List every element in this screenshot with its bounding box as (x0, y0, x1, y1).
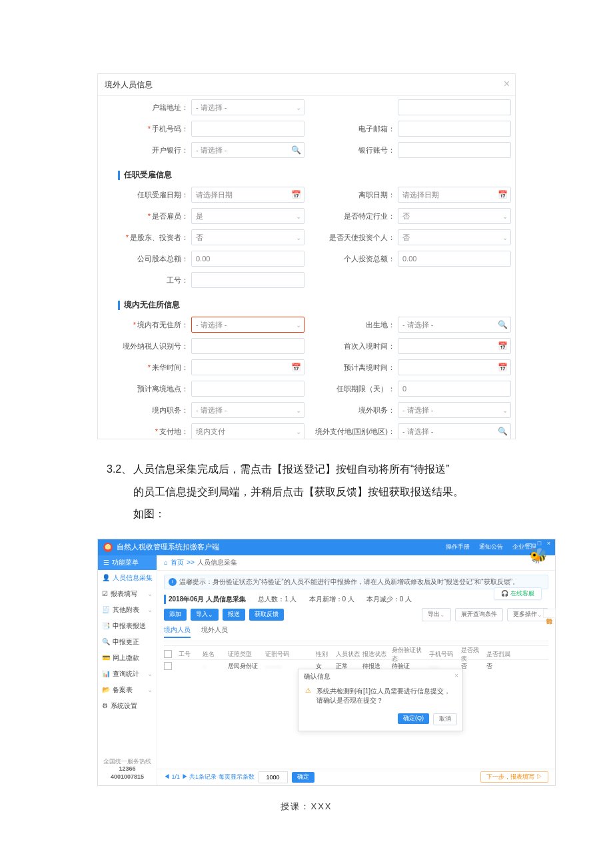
chevron-down-icon: ⌄ (502, 407, 508, 414)
come-china-input[interactable]: 📅 (191, 359, 305, 375)
email-label: 电子邮箱： (311, 124, 398, 134)
confirm-ok-button[interactable]: 确定(Q) (398, 713, 429, 724)
menu-icon: ☰ (103, 559, 109, 566)
more-button[interactable]: 更多操作 (507, 608, 548, 621)
empno-input[interactable] (191, 272, 305, 288)
start-date-input[interactable]: 请选择日期📅 (191, 187, 305, 203)
calendar-icon: 📅 (291, 363, 301, 372)
is-holder-select[interactable]: 否⌄ (191, 229, 305, 245)
chevron-down-icon: ⌄ (296, 407, 301, 414)
phone-label: *手机号码： (105, 124, 191, 134)
pager-ok-button[interactable]: 确定 (292, 772, 314, 783)
huji-select[interactable]: - 请选择 -⌄ (191, 99, 305, 115)
app-title: 自然人税收管理系统扣缴客户端 (117, 542, 219, 552)
close-icon[interactable]: × (454, 672, 458, 679)
end-date-input[interactable]: 请选择日期📅 (398, 187, 511, 203)
submit-button[interactable]: 报送 (223, 609, 245, 621)
feature-detail-tab[interactable]: 功能详情 (543, 609, 556, 618)
search-icon: 🔍 (498, 320, 508, 329)
pos-in-select[interactable]: - 请选择 -⌄ (191, 402, 305, 418)
chevron-down-icon: ⌄ (502, 213, 508, 220)
confirm-text: 系统共检测到有[1]位人员需要进行信息提交，请确认是否现在提交？ (316, 687, 456, 705)
pager: ◀ 1/1 ▶ 共1条记录 每页显示条数 确定 下一步，报表填写 ▷ (157, 769, 555, 785)
online-service-button[interactable]: 🎧 在线客服 (494, 587, 542, 600)
calendar-icon: 📅 (498, 341, 508, 351)
next-step-button[interactable]: 下一步，报表填写 ▷ (480, 771, 548, 783)
tip-bar: i 温馨提示：身份验证状态为“待验证”的人员不能进行申报操作，请在人员新增或修改… (164, 575, 548, 589)
huji-extra-input[interactable] (398, 99, 511, 115)
bank-label: 开户银行： (105, 145, 191, 155)
sidebar-item-person-collect[interactable]: 👤人员信息采集 (98, 570, 157, 586)
row-checkbox[interactable] (164, 662, 172, 670)
tab-domestic[interactable]: 境内人员 (164, 625, 191, 638)
is-angel-select[interactable]: 否⌄ (398, 229, 511, 245)
export-button[interactable]: 导出 (422, 608, 451, 621)
sidebar-item-record-table[interactable]: 📂备案表 (98, 682, 157, 698)
info-icon: i (169, 578, 177, 586)
sidebar-item-system-settings[interactable]: ⚙系统设置 (98, 698, 157, 714)
doc-paragraph-3-2: 3.2、人员信息采集完成后，需点击【报送登记】按钮自动将所有“待报送” 的员工信… (107, 458, 546, 525)
chevron-down-icon: ⌄ (296, 234, 301, 241)
select-all-checkbox[interactable] (164, 650, 172, 658)
tax-client-window: 自然人税收管理系统扣缴客户端 操作手册 通知公告 企业管理 — □ × ☰ 功能… (97, 539, 556, 786)
page-size-input[interactable] (259, 771, 288, 783)
sidebar-header: ☰ 功能菜单 (98, 555, 157, 570)
import-button[interactable]: 导入 (191, 609, 219, 621)
show-cond-button[interactable]: 展开查询条件 (455, 608, 503, 621)
confirm-cancel-button[interactable]: 取消 (433, 713, 457, 725)
add-button[interactable]: 添加 (164, 609, 187, 621)
first-entry-input[interactable]: 📅 (398, 338, 511, 354)
days-input[interactable]: 0 (398, 381, 511, 397)
is-employee-select[interactable]: 是⌄ (191, 208, 305, 224)
bee-mascot-icon: 🐝 (529, 547, 547, 565)
invest-input[interactable]: 0.00 (398, 251, 511, 267)
calendar-icon: 📅 (498, 363, 508, 372)
link-notice[interactable]: 通知公告 (479, 543, 503, 551)
chevron-down-icon: ⌄ (296, 213, 301, 220)
tab-overseas[interactable]: 境外人员 (201, 625, 228, 638)
modal-title: 境外人员信息 (105, 79, 153, 91)
feedback-button[interactable]: 获取反馈 (249, 609, 284, 621)
phone-input[interactable] (191, 121, 305, 137)
calendar-icon: 📅 (498, 190, 508, 199)
sidebar-item-report-fill[interactable]: ☑报表填写 (98, 586, 157, 602)
pay-country-select[interactable]: - 请选择 -🔍 (398, 423, 511, 439)
section-no-residence: 境内无住所信息 (118, 299, 508, 311)
leave-plan-input[interactable]: 📅 (398, 359, 511, 375)
capital-input[interactable]: 0.00 (191, 251, 305, 267)
link-manual[interactable]: 操作手册 (446, 543, 470, 551)
bankacct-label: 银行账号： (311, 145, 398, 155)
sidebar-item-online-pay[interactable]: 💳网上缴款 (98, 650, 157, 666)
warning-icon: ⚠ (305, 687, 311, 705)
leave-place-input[interactable] (191, 381, 305, 397)
email-input[interactable] (398, 121, 511, 137)
search-icon: 🔍 (291, 145, 301, 155)
foreign-id-input[interactable] (191, 338, 305, 354)
pos-out-select[interactable]: - 请选择 -⌄ (398, 402, 511, 418)
window-controls[interactable]: — □ × (526, 540, 552, 547)
close-icon[interactable]: × (504, 78, 510, 90)
pay-place-select[interactable]: 境内支付⌄ (191, 423, 305, 439)
sidebar-item-other-tables[interactable]: 🧾其他附表 (98, 602, 157, 618)
bank-select[interactable]: - 请选择 -🔍 (191, 142, 305, 158)
bankacct-input[interactable] (398, 142, 511, 158)
section-employment: 任职受雇信息 (118, 169, 508, 181)
birthplace-select[interactable]: - 请选择 -🔍 (398, 317, 511, 333)
breadcrumb: ⌂ 首页 >> 人员信息采集 🐝 (157, 555, 555, 571)
chevron-down-icon: ⌄ (296, 104, 301, 111)
home-icon[interactable]: ⌂ (164, 559, 168, 566)
page-footer: 授课：XXX (0, 801, 613, 813)
has-residence-select[interactable]: - 请选择 -⌄ (191, 317, 305, 333)
collect-title: 2018年06月 人员信息采集 (164, 595, 246, 604)
chevron-down-icon: ⌄ (502, 234, 508, 241)
is-special-select[interactable]: 否⌄ (398, 208, 511, 224)
sidebar-item-query-stats[interactable]: 📊查询统计 (98, 666, 157, 682)
user-icon: 👤 (102, 574, 110, 581)
sidebar-item-report-submit[interactable]: 📑申报表报送 (98, 618, 157, 634)
confirm-dialog: 确认信息 × ⚠ 系统共检测到有[1]位人员需要进行信息提交，请确认是否现在提交… (298, 669, 463, 731)
hotline-info: 全国统一服务热线 12366 4001007815 (98, 754, 157, 785)
confirm-title: 确认信息 (304, 673, 330, 680)
search-icon: 🔍 (498, 427, 508, 436)
sidebar-item-report-correct[interactable]: 🔍申报更正 (98, 634, 157, 650)
huji-label: 户籍地址： (105, 103, 191, 113)
